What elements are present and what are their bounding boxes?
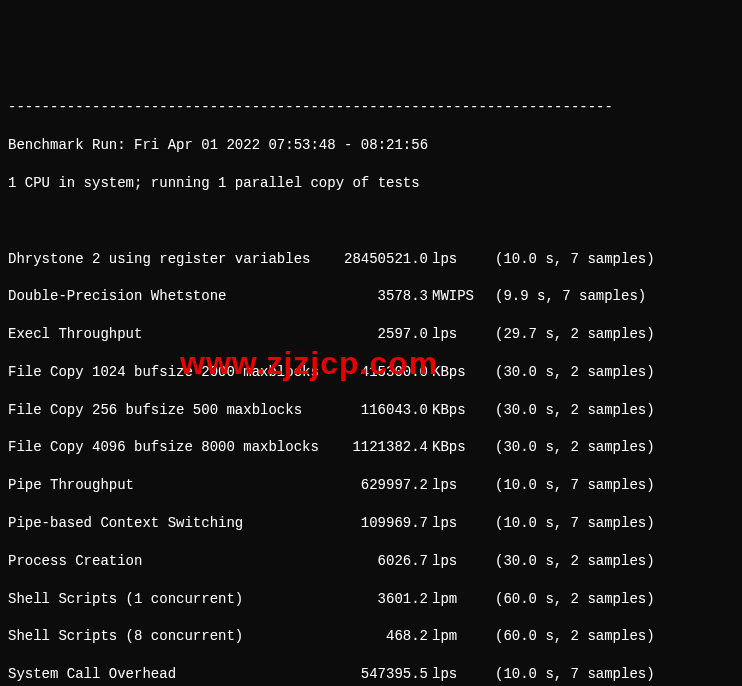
result-row: Shell Scripts (8 concurrent)468.2lpm(60.… <box>8 627 734 646</box>
result-unit: KBps <box>428 401 487 420</box>
result-unit: lps <box>428 665 487 684</box>
result-value: 109969.7 <box>328 514 428 533</box>
result-unit: lps <box>428 250 487 269</box>
result-unit: lpm <box>428 627 487 646</box>
result-value: 547395.5 <box>328 665 428 684</box>
result-unit: lpm <box>428 590 487 609</box>
result-extra: (10.0 s, 7 samples) <box>487 476 734 495</box>
result-unit: MWIPS <box>428 287 487 306</box>
result-extra: (30.0 s, 2 samples) <box>487 363 734 382</box>
result-value: 1121382.4 <box>328 438 428 457</box>
run-info-line1: Benchmark Run: Fri Apr 01 2022 07:53:48 … <box>8 136 734 155</box>
terminal-output: ----------------------------------------… <box>0 76 742 686</box>
result-value: 415300.0 <box>328 363 428 382</box>
result-unit: lps <box>428 514 487 533</box>
run-info-line2: 1 CPU in system; running 1 parallel copy… <box>8 174 734 193</box>
result-row: Pipe Throughput629997.2lps(10.0 s, 7 sam… <box>8 476 734 495</box>
result-name: File Copy 4096 bufsize 8000 maxblocks <box>8 438 328 457</box>
result-value: 629997.2 <box>328 476 428 495</box>
result-extra: (29.7 s, 2 samples) <box>487 325 734 344</box>
result-value: 3601.2 <box>328 590 428 609</box>
result-unit: KBps <box>428 438 487 457</box>
result-value: 28450521.0 <box>328 250 428 269</box>
result-row: Double-Precision Whetstone3578.3MWIPS(9.… <box>8 287 734 306</box>
result-value: 6026.7 <box>328 552 428 571</box>
result-extra: (10.0 s, 7 samples) <box>487 514 734 533</box>
result-unit: KBps <box>428 363 487 382</box>
result-row: Pipe-based Context Switching109969.7lps(… <box>8 514 734 533</box>
result-unit: lps <box>428 552 487 571</box>
result-name: Shell Scripts (8 concurrent) <box>8 627 328 646</box>
result-name: File Copy 256 bufsize 500 maxblocks <box>8 401 328 420</box>
result-extra: (30.0 s, 2 samples) <box>487 401 734 420</box>
result-row: Process Creation6026.7lps(30.0 s, 2 samp… <box>8 552 734 571</box>
result-row: Execl Throughput2597.0lps(29.7 s, 2 samp… <box>8 325 734 344</box>
result-extra: (10.0 s, 7 samples) <box>487 665 734 684</box>
result-value: 3578.3 <box>328 287 428 306</box>
result-row: System Call Overhead547395.5lps(10.0 s, … <box>8 665 734 684</box>
result-name: System Call Overhead <box>8 665 328 684</box>
result-extra: (30.0 s, 2 samples) <box>487 552 734 571</box>
result-value: 468.2 <box>328 627 428 646</box>
result-row: File Copy 1024 bufsize 2000 maxblocks415… <box>8 363 734 382</box>
result-name: Pipe-based Context Switching <box>8 514 328 533</box>
result-unit: lps <box>428 325 487 344</box>
divider-top: ----------------------------------------… <box>8 98 734 117</box>
result-row: File Copy 4096 bufsize 8000 maxblocks112… <box>8 438 734 457</box>
result-extra: (9.9 s, 7 samples) <box>487 287 734 306</box>
result-row: Shell Scripts (1 concurrent)3601.2lpm(60… <box>8 590 734 609</box>
result-name: Pipe Throughput <box>8 476 328 495</box>
result-name: File Copy 1024 bufsize 2000 maxblocks <box>8 363 328 382</box>
result-extra: (60.0 s, 2 samples) <box>487 590 734 609</box>
result-name: Dhrystone 2 using register variables <box>8 250 328 269</box>
result-unit: lps <box>428 476 487 495</box>
result-name: Double-Precision Whetstone <box>8 287 328 306</box>
result-extra: (30.0 s, 2 samples) <box>487 438 734 457</box>
result-value: 2597.0 <box>328 325 428 344</box>
result-value: 116043.0 <box>328 401 428 420</box>
result-name: Execl Throughput <box>8 325 328 344</box>
result-extra: (10.0 s, 7 samples) <box>487 250 734 269</box>
result-row: Dhrystone 2 using register variables2845… <box>8 250 734 269</box>
result-extra: (60.0 s, 2 samples) <box>487 627 734 646</box>
blank-line <box>8 212 734 231</box>
result-name: Shell Scripts (1 concurrent) <box>8 590 328 609</box>
result-row: File Copy 256 bufsize 500 maxblocks11604… <box>8 401 734 420</box>
result-name: Process Creation <box>8 552 328 571</box>
